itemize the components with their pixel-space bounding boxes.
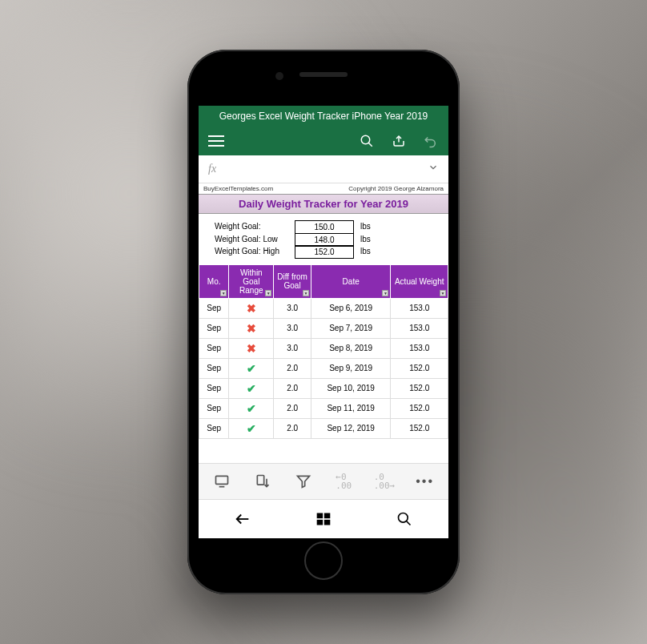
column-header-weight[interactable]: Actual Weight▼ <box>391 264 448 298</box>
phone-camera <box>275 72 283 80</box>
svg-marker-7 <box>297 476 309 487</box>
cell-in-range[interactable]: ✔ <box>229 378 274 398</box>
cell-date[interactable]: Sep 7, 2019 <box>311 318 391 338</box>
cell-weight[interactable]: 152.0 <box>391 378 448 398</box>
cell-in-range[interactable]: ✖ <box>229 338 274 358</box>
cell-date[interactable]: Sep 11, 2019 <box>311 398 391 418</box>
cell-date[interactable]: Sep 10, 2019 <box>311 378 391 398</box>
svg-rect-3 <box>216 476 228 484</box>
filter-icon[interactable]: ▼ <box>440 290 446 296</box>
source-label: BuyExcelTemplates.com <box>203 185 273 192</box>
svg-rect-12 <box>324 520 331 525</box>
cell-diff[interactable]: 2.0 <box>274 378 311 398</box>
cell-in-range[interactable]: ✔ <box>229 398 274 418</box>
formula-bar[interactable]: fx <box>199 155 448 183</box>
table-row[interactable]: Sep✔2.0Sep 9, 2019152.0 <box>199 358 448 378</box>
back-icon[interactable] <box>233 509 252 529</box>
cell-weight[interactable]: 153.0 <box>391 318 448 338</box>
goal-label: Weight Goal: <box>215 222 295 231</box>
filter-icon[interactable]: ▼ <box>382 290 388 296</box>
svg-line-14 <box>407 521 411 525</box>
table-row[interactable]: Sep✖3.0Sep 7, 2019153.0 <box>199 318 448 338</box>
fx-label: fx <box>208 163 216 175</box>
cell-diff[interactable]: 3.0 <box>274 338 311 358</box>
goal-unit: lbs <box>354 222 371 231</box>
goal-value[interactable]: 150.0 <box>295 220 354 234</box>
table-row[interactable]: Sep✔2.0Sep 12, 2019152.0 <box>199 418 448 438</box>
weight-table: Mo.▼ Within Goal Range▼ Diff from Goal▼ … <box>199 264 448 439</box>
svg-rect-11 <box>317 520 324 525</box>
cell-weight[interactable]: 152.0 <box>391 398 448 418</box>
table-row[interactable]: Sep✔2.0Sep 10, 2019152.0 <box>199 378 448 398</box>
check-icon: ✔ <box>247 382 256 395</box>
svg-point-0 <box>361 135 370 144</box>
cell-in-range[interactable]: ✖ <box>229 298 274 318</box>
cell-in-range[interactable]: ✔ <box>229 358 274 378</box>
chevron-down-icon[interactable] <box>428 162 439 176</box>
cell-diff[interactable]: 3.0 <box>274 318 311 338</box>
cell-diff[interactable]: 2.0 <box>274 398 311 418</box>
cell-diff[interactable]: 2.0 <box>274 358 311 378</box>
app-screen: Georges Excel Weight Tracker iPhone Year… <box>199 106 448 538</box>
cell-in-range[interactable]: ✔ <box>229 418 274 438</box>
filter-icon[interactable]: ▼ <box>303 290 309 296</box>
column-header-mo[interactable]: Mo.▼ <box>199 264 229 298</box>
svg-rect-9 <box>317 513 324 519</box>
undo-icon[interactable] <box>423 133 439 149</box>
search-icon[interactable] <box>359 133 375 149</box>
cell-mo[interactable]: Sep <box>199 318 229 338</box>
cell-diff[interactable]: 2.0 <box>274 418 311 438</box>
sort-icon[interactable] <box>253 472 272 491</box>
cell-mo[interactable]: Sep <box>199 418 229 438</box>
share-icon[interactable] <box>391 133 407 149</box>
phone-frame: Georges Excel Weight Tracker iPhone Year… <box>187 50 460 594</box>
filter-icon[interactable]: ▼ <box>220 290 227 296</box>
goal-row: Weight Goal: Low 148.0 lbs <box>215 233 432 246</box>
svg-rect-5 <box>257 476 263 485</box>
app-header: Georges Excel Weight Tracker iPhone Year… <box>199 106 448 155</box>
windows-icon[interactable] <box>314 509 333 529</box>
table-row[interactable]: Sep✔2.0Sep 11, 2019152.0 <box>199 398 448 418</box>
goal-unit: lbs <box>354 235 371 244</box>
search-nav-icon[interactable] <box>395 509 414 529</box>
column-header-diff[interactable]: Diff from Goal▼ <box>274 264 311 298</box>
cell-mo[interactable]: Sep <box>199 298 229 318</box>
goal-unit: lbs <box>354 247 371 256</box>
goal-value[interactable]: 152.0 <box>295 245 354 259</box>
goal-row: Weight Goal: 150.0 lbs <box>215 220 432 233</box>
column-header-date[interactable]: Date▼ <box>311 264 391 298</box>
table-row[interactable]: Sep✖3.0Sep 8, 2019153.0 <box>199 338 448 358</box>
goal-label: Weight Goal: Low <box>215 235 295 244</box>
cell-in-range[interactable]: ✖ <box>229 318 274 338</box>
cell-date[interactable]: Sep 12, 2019 <box>311 418 391 438</box>
cell-weight[interactable]: 153.0 <box>391 298 448 318</box>
menu-icon[interactable] <box>208 135 224 147</box>
cell-mo[interactable]: Sep <box>199 358 229 378</box>
table-row[interactable]: Sep✖3.0Sep 6, 2019153.0 <box>199 298 448 318</box>
cell-date[interactable]: Sep 8, 2019 <box>311 338 391 358</box>
x-icon: ✖ <box>247 342 256 355</box>
sheet-title: Daily Weight Tracker for Year 2019 <box>199 194 448 214</box>
cell-date[interactable]: Sep 9, 2019 <box>311 358 391 378</box>
cell-mo[interactable]: Sep <box>199 338 229 358</box>
more-icon[interactable]: ••• <box>416 472 435 491</box>
cell-weight[interactable]: 152.0 <box>391 358 448 378</box>
cell-mo[interactable]: Sep <box>199 398 229 418</box>
filter-icon[interactable]: ▼ <box>265 290 271 296</box>
column-header-range[interactable]: Within Goal Range▼ <box>229 264 274 298</box>
goal-value[interactable]: 148.0 <box>295 233 354 247</box>
svg-point-13 <box>399 513 408 523</box>
decimal-decrease-icon[interactable]: ←0 .00 <box>334 472 353 491</box>
cell-mo[interactable]: Sep <box>199 378 229 398</box>
goals-section: Weight Goal: 150.0 lbs Weight Goal: Low … <box>199 214 448 264</box>
display-icon[interactable] <box>212 472 231 491</box>
check-icon: ✔ <box>247 362 256 375</box>
svg-rect-10 <box>324 513 331 519</box>
cell-date[interactable]: Sep 6, 2019 <box>311 298 391 318</box>
goal-row: Weight Goal: High 152.0 lbs <box>215 245 432 258</box>
cell-diff[interactable]: 3.0 <box>274 298 311 318</box>
decimal-increase-icon[interactable]: .0 .00→ <box>375 472 394 491</box>
cell-weight[interactable]: 153.0 <box>391 338 448 358</box>
cell-weight[interactable]: 152.0 <box>391 418 448 438</box>
filter-icon[interactable] <box>294 472 313 491</box>
